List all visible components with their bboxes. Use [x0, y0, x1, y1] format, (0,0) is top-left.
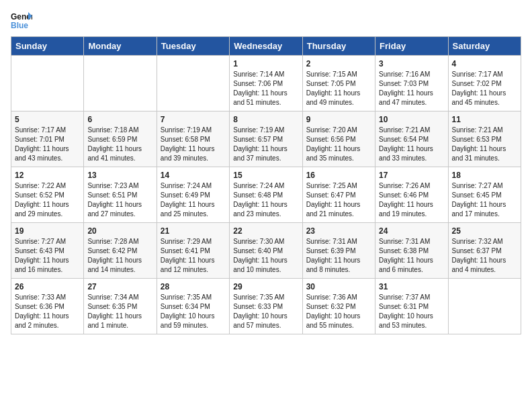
cell-info: Sunset: 6:38 PM: [379, 246, 444, 256]
cell-info: Sunset: 6:51 PM: [87, 191, 152, 200]
day-number: 16: [306, 171, 371, 180]
cell-info: Sunrise: 7:30 AM: [233, 237, 298, 246]
calendar-cell: 19Sunrise: 7:27 AMSunset: 6:43 PMDayligh…: [11, 223, 84, 279]
cell-info: Daylight: 10 hours: [233, 312, 298, 321]
cell-info: Sunset: 6:53 PM: [452, 135, 517, 144]
calendar-cell: 30Sunrise: 7:36 AMSunset: 6:32 PMDayligh…: [302, 279, 375, 334]
cell-info: Sunrise: 7:16 AM: [379, 70, 444, 79]
calendar-cell: 7Sunrise: 7:19 AMSunset: 6:58 PMDaylight…: [157, 111, 229, 167]
calendar-week-1: 1Sunrise: 7:14 AMSunset: 7:06 PMDaylight…: [11, 56, 521, 111]
calendar-cell: 13Sunrise: 7:23 AMSunset: 6:51 PMDayligh…: [84, 167, 157, 223]
calendar-cell: [11, 56, 84, 111]
calendar-table: SundayMondayTuesdayWednesdayThursdayFrid…: [11, 36, 521, 334]
day-number: 15: [233, 171, 298, 180]
cell-info: Sunset: 7:06 PM: [233, 79, 298, 89]
cell-info: Daylight: 11 hours: [233, 256, 298, 265]
cell-info: Sunrise: 7:26 AM: [379, 181, 444, 191]
cell-info: Daylight: 11 hours: [306, 89, 371, 98]
calendar-cell: 11Sunrise: 7:21 AMSunset: 6:53 PMDayligh…: [448, 111, 521, 167]
day-number: 12: [15, 171, 80, 180]
day-number: 7: [161, 115, 226, 124]
cell-info: Sunset: 7:03 PM: [379, 79, 444, 89]
cell-info: and 41 minutes.: [87, 154, 152, 163]
calendar-cell: 5Sunrise: 7:17 AMSunset: 7:01 PMDaylight…: [11, 111, 84, 167]
cell-info: and 6 minutes.: [379, 265, 444, 275]
cell-info: Sunrise: 7:27 AM: [452, 181, 517, 191]
cell-info: Daylight: 11 hours: [15, 312, 80, 321]
cell-info: and 14 minutes.: [87, 265, 152, 275]
day-number: 26: [15, 282, 80, 291]
cell-info: Daylight: 11 hours: [452, 256, 517, 265]
cell-info: Daylight: 11 hours: [15, 144, 80, 154]
cell-info: Sunrise: 7:14 AM: [233, 70, 298, 79]
day-number: 19: [15, 226, 80, 236]
cell-info: Sunset: 6:52 PM: [15, 191, 80, 200]
cell-info: Sunrise: 7:23 AM: [87, 181, 152, 191]
cell-info: and 51 minutes.: [233, 98, 298, 107]
cell-info: and 45 minutes.: [452, 98, 517, 107]
calendar-cell: 4Sunrise: 7:17 AMSunset: 7:02 PMDaylight…: [448, 56, 521, 111]
day-number: 14: [161, 171, 226, 180]
cell-info: and 16 minutes.: [15, 265, 80, 275]
cell-info: Sunset: 6:35 PM: [87, 302, 152, 312]
cell-info: Daylight: 11 hours: [87, 144, 152, 154]
calendar-cell: 29Sunrise: 7:35 AMSunset: 6:33 PMDayligh…: [230, 279, 302, 334]
cell-info: Daylight: 11 hours: [87, 312, 152, 321]
day-number: 24: [379, 226, 444, 236]
cell-info: Daylight: 10 hours: [379, 312, 444, 321]
day-number: 6: [87, 115, 152, 124]
cell-info: Daylight: 11 hours: [379, 144, 444, 154]
cell-info: Sunrise: 7:22 AM: [15, 181, 80, 191]
calendar-cell: 1Sunrise: 7:14 AMSunset: 7:06 PMDaylight…: [230, 56, 302, 111]
day-number: 23: [306, 226, 371, 236]
cell-info: Sunrise: 7:19 AM: [233, 126, 298, 135]
calendar-cell: 15Sunrise: 7:24 AMSunset: 6:48 PMDayligh…: [230, 167, 302, 223]
cell-info: Sunset: 6:46 PM: [379, 191, 444, 200]
cell-info: and 29 minutes.: [15, 210, 80, 219]
cell-info: Sunset: 6:34 PM: [161, 302, 226, 312]
cell-info: and 37 minutes.: [233, 154, 298, 163]
calendar-cell: 22Sunrise: 7:30 AMSunset: 6:40 PMDayligh…: [230, 223, 302, 279]
cell-info: and 12 minutes.: [161, 265, 226, 275]
weekday-header-saturday: Saturday: [448, 37, 521, 56]
day-number: 28: [161, 282, 226, 291]
cell-info: Daylight: 11 hours: [306, 256, 371, 265]
calendar-cell: 17Sunrise: 7:26 AMSunset: 6:46 PMDayligh…: [375, 167, 448, 223]
cell-info: Sunrise: 7:15 AM: [306, 70, 371, 79]
cell-info: and 2 minutes.: [15, 321, 80, 330]
weekday-header-monday: Monday: [84, 37, 157, 56]
cell-info: Daylight: 11 hours: [87, 200, 152, 210]
calendar-cell: 24Sunrise: 7:31 AMSunset: 6:38 PMDayligh…: [375, 223, 448, 279]
calendar-cell: 14Sunrise: 7:24 AMSunset: 6:49 PMDayligh…: [157, 167, 229, 223]
logo: General Blue: [11, 11, 32, 30]
cell-info: Daylight: 11 hours: [161, 256, 226, 265]
cell-info: and 53 minutes.: [379, 321, 444, 330]
cell-info: Sunrise: 7:35 AM: [161, 293, 226, 302]
cell-info: Sunrise: 7:25 AM: [306, 181, 371, 191]
cell-info: and 27 minutes.: [87, 210, 152, 219]
cell-info: Daylight: 11 hours: [233, 144, 298, 154]
cell-info: Sunrise: 7:19 AM: [161, 126, 226, 135]
day-number: 11: [452, 115, 517, 124]
cell-info: Sunrise: 7:31 AM: [306, 237, 371, 246]
weekday-header-row: SundayMondayTuesdayWednesdayThursdayFrid…: [11, 37, 521, 56]
cell-info: and 57 minutes.: [233, 321, 298, 330]
day-number: 18: [452, 171, 517, 180]
calendar-cell: 27Sunrise: 7:34 AMSunset: 6:35 PMDayligh…: [84, 279, 157, 334]
cell-info: Daylight: 11 hours: [15, 200, 80, 210]
cell-info: Sunrise: 7:24 AM: [161, 181, 226, 191]
day-number: 3: [379, 59, 444, 68]
calendar-week-2: 5Sunrise: 7:17 AMSunset: 7:01 PMDaylight…: [11, 111, 521, 167]
day-number: 13: [87, 171, 152, 180]
cell-info: Sunrise: 7:33 AM: [15, 293, 80, 302]
cell-info: and 47 minutes.: [379, 98, 444, 107]
cell-info: Sunset: 7:05 PM: [306, 79, 371, 89]
calendar-cell: 9Sunrise: 7:20 AMSunset: 6:56 PMDaylight…: [302, 111, 375, 167]
cell-info: Daylight: 11 hours: [306, 144, 371, 154]
cell-info: Sunset: 6:58 PM: [161, 135, 226, 144]
cell-info: Sunset: 6:57 PM: [233, 135, 298, 144]
calendar-cell: 6Sunrise: 7:18 AMSunset: 6:59 PMDaylight…: [84, 111, 157, 167]
cell-info: Sunrise: 7:36 AM: [306, 293, 371, 302]
cell-info: and 31 minutes.: [452, 154, 517, 163]
cell-info: and 21 minutes.: [306, 210, 371, 219]
